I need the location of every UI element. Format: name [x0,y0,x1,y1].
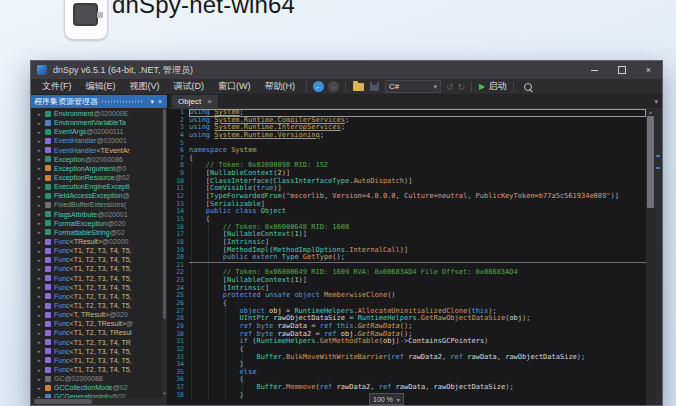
expander-icon[interactable]: ▸ [38,129,45,135]
scrollbar-thumb[interactable] [34,399,92,404]
scroll-up-arrow-icon[interactable]: ▲ [646,109,655,116]
undo-button[interactable]: ↺ [444,82,456,92]
expander-icon[interactable]: ▸ [38,367,45,373]
tree-item-fixedbufferextensions[interactable]: ▸FixedBufferExtensions ( [31,200,167,209]
tree-vertical-scrollbar[interactable] [162,108,167,398]
tree-item-func[interactable]: ▸Func<T1, T2, T3, T4, T5, [31,246,167,255]
menu-item[interactable]: 调试(D) [167,80,212,93]
tree-item-func[interactable]: ▸Func<T1, T2, T3, T4, T5, [31,255,167,264]
code-editor[interactable]: 1234567891011121314151617181920212223242… [169,109,662,405]
panel-menu-caret-icon[interactable]: ▾ [148,98,156,106]
tab-close-icon[interactable]: × [207,97,212,106]
start-debug-button[interactable]: ▶ 启动 [476,80,509,93]
expander-icon[interactable]: ▸ [38,202,45,208]
tree-item-gc[interactable]: ▸GC @02000088 [31,374,167,383]
assembly-explorer-header[interactable]: 程序集资源管理器 ▾ × [31,95,167,108]
expander-icon[interactable]: ▸ [38,275,45,281]
tree-item-func[interactable]: ▸Func<T1, T2, T3, T4, T5, [31,264,167,273]
expander-icon[interactable]: ▸ [38,165,45,171]
titlebar[interactable]: dnSpy v6.5.1 (64-bit, .NET, 管理员) × [31,61,662,79]
navigate-forward-button[interactable]: → [328,81,339,92]
editor-vertical-scrollbar[interactable]: ▲ [646,109,655,405]
expander-icon[interactable]: ▸ [38,330,45,336]
expander-icon[interactable]: ▸ [38,239,45,245]
tree-item-formattablestring[interactable]: ▸FormattableString @02 [31,228,167,237]
save-all-icon[interactable] [370,82,379,91]
tree-item-exception[interactable]: ▸Exception @02000086 [31,155,167,164]
maximize-button[interactable] [608,61,635,79]
expander-icon[interactable]: ▸ [38,339,45,345]
menu-item[interactable]: 文件(F) [35,80,79,93]
expander-icon[interactable]: ▸ [38,111,45,117]
tree-item-fieldaccessexception[interactable]: ▸FieldAccessException @ [31,191,167,200]
expander-icon[interactable]: ▸ [38,229,45,235]
expander-icon[interactable]: ▸ [38,348,45,354]
expander-icon[interactable]: ▸ [38,357,45,363]
expander-icon[interactable]: ▸ [38,284,45,290]
tree-item-func[interactable]: ▸Func<T1, T2, T3, T4, T5, [31,292,167,301]
tree-item-environmentvariableta[interactable]: ▸EnvironmentVariableTa [31,118,167,127]
tree-item-func[interactable]: ▸Func<T1, T2, T3, T4, T5, [31,283,167,292]
tree-item-func[interactable]: ▸Func<T1, T2, T3, T4, TR [31,338,167,347]
navigate-back-button[interactable]: ← [313,81,324,92]
expander-icon[interactable]: ▸ [38,248,45,254]
expander-icon[interactable]: ▸ [38,376,45,382]
tree-item-func[interactable]: ▸Func<T1, T2, T3, TResul [31,328,167,337]
expander-icon[interactable]: ▸ [38,312,45,318]
editor-zoom-control[interactable]: 100 % ▾ [369,393,404,405]
tree-item-func[interactable]: ▸Func<T, TResult> @020 [31,310,167,319]
menu-item[interactable]: 帮助(H) [258,80,303,93]
menu-item[interactable]: 编辑(E) [79,80,123,93]
expander-icon[interactable]: ▸ [38,293,45,299]
dnspy-shortcut-icon[interactable] [64,0,108,40]
search-icon[interactable] [524,83,532,91]
tree-item-func[interactable]: ▸Func<T1, T2, T3, T4, T5, [31,356,167,365]
expander-icon[interactable]: ▸ [38,120,45,126]
tree-item-flagsattribute[interactable]: ▸FlagsAttribute @020001 [31,210,167,219]
shortcut-label[interactable]: dnSpy-net-win64 [112,0,295,19]
assembly-tree[interactable]: ▸Environment @020000E▸EnvironmentVariabl… [31,108,167,398]
tree-item-func[interactable]: ▸Func<T1, T2, T3, T4, T5, [31,274,167,283]
redo-button[interactable]: ↻ [456,82,468,92]
tree-item-exceptionargument[interactable]: ▸ExceptionArgument @0 [31,164,167,173]
tab-list-caret-icon[interactable]: ▾ [650,95,662,108]
expander-icon[interactable]: ▸ [38,266,45,272]
expander-icon[interactable]: ▸ [38,220,45,226]
expander-icon[interactable]: ▸ [38,147,45,153]
expander-icon[interactable]: ▸ [38,303,45,309]
minimize-button[interactable] [581,61,608,79]
language-selector[interactable]: C# ▾ [385,80,441,93]
expander-icon[interactable]: ▸ [38,321,45,327]
scrollbar-thumb[interactable] [647,116,654,208]
tree-item-gccollectionmode[interactable]: ▸GCCollectionMode @02 [31,383,167,392]
tree-item-eventhandler[interactable]: ▸EventHandler @020001 [31,136,167,145]
tree-item-func[interactable]: ▸Func<T1, T2, T3, T4, T5, [31,301,167,310]
tree-item-eventargs[interactable]: ▸EventArgs @02000111 [31,127,167,136]
expander-icon[interactable]: ▸ [38,211,45,217]
tree-item-func[interactable]: ▸Func<T1, T2, T3, T4, T5, [31,347,167,356]
tree-item-exceptionresource[interactable]: ▸ExceptionResource @02 [31,173,167,182]
expander-icon[interactable]: ▸ [38,156,45,162]
tree-item-executionengineexcepti[interactable]: ▸ExecutionEngineExcepti [31,182,167,191]
expander-icon[interactable]: ▸ [38,138,45,144]
tree-horizontal-scrollbar[interactable] [31,398,167,405]
menu-item[interactable]: 窗口(W) [211,80,258,93]
expander-icon[interactable]: ▸ [38,175,45,181]
expander-icon[interactable]: ▸ [38,257,45,263]
tree-item-func[interactable]: ▸Func<T1, T2, T3, T4, T5, [31,365,167,374]
tab-object[interactable]: Object × [172,95,218,108]
open-file-icon[interactable] [353,83,364,91]
scroll-down-arrow-icon[interactable]: ▼ [162,391,167,397]
panel-close-icon[interactable]: × [156,98,164,105]
expander-icon[interactable]: ▸ [38,385,45,391]
scrollbar-thumb[interactable] [163,109,166,319]
expander-icon[interactable]: ▸ [38,184,45,190]
tree-item-eventhandler[interactable]: ▸EventHandler<TEventAr [31,146,167,155]
expander-icon[interactable]: ▸ [38,193,45,199]
tree-item-func[interactable]: ▸Func<T1, T2, TResult> @ [31,319,167,328]
tree-item-func[interactable]: ▸Func<TResult> @02000 [31,237,167,246]
menu-item[interactable]: 视图(V) [123,80,167,93]
tree-item-environment[interactable]: ▸Environment @020000E [31,109,167,118]
tree-item-formatexception[interactable]: ▸FormatException @020 [31,219,167,228]
close-button[interactable]: × [635,61,662,79]
